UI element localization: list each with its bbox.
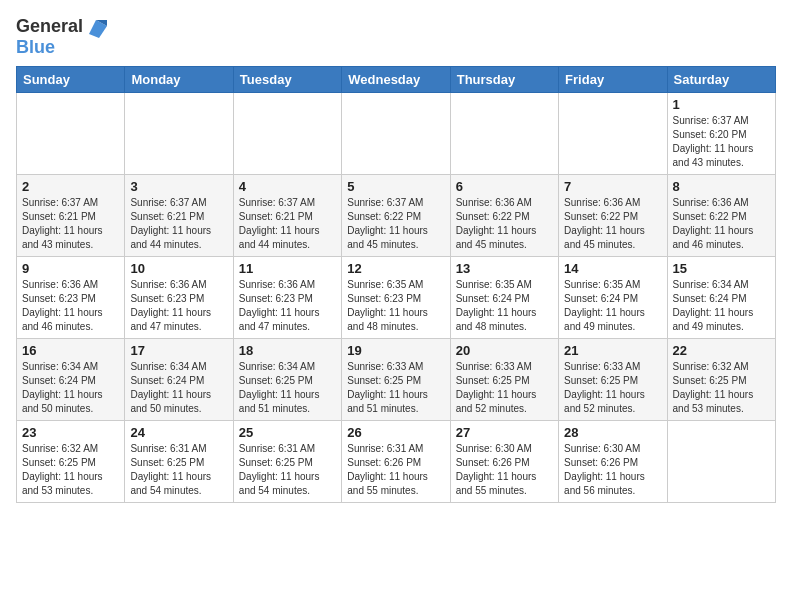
day-info: Sunrise: 6:32 AM Sunset: 6:25 PM Dayligh… [22,442,119,498]
day-cell: 10Sunrise: 6:36 AM Sunset: 6:23 PM Dayli… [125,256,233,338]
day-number: 15 [673,261,770,276]
day-info: Sunrise: 6:35 AM Sunset: 6:24 PM Dayligh… [564,278,661,334]
day-cell: 21Sunrise: 6:33 AM Sunset: 6:25 PM Dayli… [559,338,667,420]
weekday-header-row: SundayMondayTuesdayWednesdayThursdayFrid… [17,66,776,92]
day-cell: 23Sunrise: 6:32 AM Sunset: 6:25 PM Dayli… [17,420,125,502]
day-cell: 2Sunrise: 6:37 AM Sunset: 6:21 PM Daylig… [17,174,125,256]
day-number: 20 [456,343,553,358]
day-cell: 28Sunrise: 6:30 AM Sunset: 6:26 PM Dayli… [559,420,667,502]
day-number: 19 [347,343,444,358]
weekday-header-sunday: Sunday [17,66,125,92]
day-number: 26 [347,425,444,440]
day-number: 23 [22,425,119,440]
weekday-header-thursday: Thursday [450,66,558,92]
day-cell [233,92,341,174]
logo-text: General [16,17,83,37]
day-info: Sunrise: 6:37 AM Sunset: 6:22 PM Dayligh… [347,196,444,252]
day-number: 24 [130,425,227,440]
day-cell: 20Sunrise: 6:33 AM Sunset: 6:25 PM Dayli… [450,338,558,420]
day-number: 25 [239,425,336,440]
day-number: 13 [456,261,553,276]
day-number: 6 [456,179,553,194]
day-cell: 11Sunrise: 6:36 AM Sunset: 6:23 PM Dayli… [233,256,341,338]
weekday-header-tuesday: Tuesday [233,66,341,92]
week-row-1: 1Sunrise: 6:37 AM Sunset: 6:20 PM Daylig… [17,92,776,174]
week-row-3: 9Sunrise: 6:36 AM Sunset: 6:23 PM Daylig… [17,256,776,338]
week-row-2: 2Sunrise: 6:37 AM Sunset: 6:21 PM Daylig… [17,174,776,256]
day-info: Sunrise: 6:34 AM Sunset: 6:24 PM Dayligh… [130,360,227,416]
day-cell: 13Sunrise: 6:35 AM Sunset: 6:24 PM Dayli… [450,256,558,338]
day-number: 7 [564,179,661,194]
day-info: Sunrise: 6:30 AM Sunset: 6:26 PM Dayligh… [456,442,553,498]
day-number: 21 [564,343,661,358]
day-info: Sunrise: 6:36 AM Sunset: 6:23 PM Dayligh… [239,278,336,334]
day-info: Sunrise: 6:37 AM Sunset: 6:21 PM Dayligh… [130,196,227,252]
weekday-header-monday: Monday [125,66,233,92]
day-cell: 1Sunrise: 6:37 AM Sunset: 6:20 PM Daylig… [667,92,775,174]
day-cell [450,92,558,174]
day-cell: 27Sunrise: 6:30 AM Sunset: 6:26 PM Dayli… [450,420,558,502]
day-cell: 12Sunrise: 6:35 AM Sunset: 6:23 PM Dayli… [342,256,450,338]
day-cell [667,420,775,502]
day-info: Sunrise: 6:37 AM Sunset: 6:20 PM Dayligh… [673,114,770,170]
day-cell: 5Sunrise: 6:37 AM Sunset: 6:22 PM Daylig… [342,174,450,256]
logo: General Blue [16,16,107,58]
day-number: 4 [239,179,336,194]
day-number: 3 [130,179,227,194]
day-number: 17 [130,343,227,358]
day-cell: 16Sunrise: 6:34 AM Sunset: 6:24 PM Dayli… [17,338,125,420]
day-number: 22 [673,343,770,358]
calendar-table: SundayMondayTuesdayWednesdayThursdayFrid… [16,66,776,503]
day-cell [559,92,667,174]
day-info: Sunrise: 6:34 AM Sunset: 6:24 PM Dayligh… [673,278,770,334]
day-info: Sunrise: 6:32 AM Sunset: 6:25 PM Dayligh… [673,360,770,416]
day-cell: 4Sunrise: 6:37 AM Sunset: 6:21 PM Daylig… [233,174,341,256]
day-number: 9 [22,261,119,276]
day-cell: 17Sunrise: 6:34 AM Sunset: 6:24 PM Dayli… [125,338,233,420]
day-cell: 8Sunrise: 6:36 AM Sunset: 6:22 PM Daylig… [667,174,775,256]
week-row-5: 23Sunrise: 6:32 AM Sunset: 6:25 PM Dayli… [17,420,776,502]
day-cell: 3Sunrise: 6:37 AM Sunset: 6:21 PM Daylig… [125,174,233,256]
day-info: Sunrise: 6:37 AM Sunset: 6:21 PM Dayligh… [239,196,336,252]
day-cell: 19Sunrise: 6:33 AM Sunset: 6:25 PM Dayli… [342,338,450,420]
logo-icon [85,16,107,38]
day-info: Sunrise: 6:33 AM Sunset: 6:25 PM Dayligh… [564,360,661,416]
day-number: 11 [239,261,336,276]
calendar-header: General Blue [16,16,776,58]
day-info: Sunrise: 6:37 AM Sunset: 6:21 PM Dayligh… [22,196,119,252]
day-number: 27 [456,425,553,440]
day-info: Sunrise: 6:36 AM Sunset: 6:23 PM Dayligh… [22,278,119,334]
day-info: Sunrise: 6:31 AM Sunset: 6:26 PM Dayligh… [347,442,444,498]
day-cell: 14Sunrise: 6:35 AM Sunset: 6:24 PM Dayli… [559,256,667,338]
day-number: 18 [239,343,336,358]
day-info: Sunrise: 6:33 AM Sunset: 6:25 PM Dayligh… [456,360,553,416]
day-info: Sunrise: 6:36 AM Sunset: 6:22 PM Dayligh… [564,196,661,252]
day-cell: 22Sunrise: 6:32 AM Sunset: 6:25 PM Dayli… [667,338,775,420]
day-info: Sunrise: 6:36 AM Sunset: 6:22 PM Dayligh… [456,196,553,252]
day-number: 2 [22,179,119,194]
day-cell [125,92,233,174]
day-cell: 9Sunrise: 6:36 AM Sunset: 6:23 PM Daylig… [17,256,125,338]
logo-blue: Blue [16,38,107,58]
week-row-4: 16Sunrise: 6:34 AM Sunset: 6:24 PM Dayli… [17,338,776,420]
day-info: Sunrise: 6:35 AM Sunset: 6:23 PM Dayligh… [347,278,444,334]
day-number: 10 [130,261,227,276]
day-number: 1 [673,97,770,112]
day-number: 28 [564,425,661,440]
day-cell: 25Sunrise: 6:31 AM Sunset: 6:25 PM Dayli… [233,420,341,502]
day-number: 5 [347,179,444,194]
day-info: Sunrise: 6:30 AM Sunset: 6:26 PM Dayligh… [564,442,661,498]
day-info: Sunrise: 6:34 AM Sunset: 6:24 PM Dayligh… [22,360,119,416]
day-cell: 26Sunrise: 6:31 AM Sunset: 6:26 PM Dayli… [342,420,450,502]
day-info: Sunrise: 6:35 AM Sunset: 6:24 PM Dayligh… [456,278,553,334]
day-cell [17,92,125,174]
day-info: Sunrise: 6:36 AM Sunset: 6:23 PM Dayligh… [130,278,227,334]
day-number: 8 [673,179,770,194]
weekday-header-wednesday: Wednesday [342,66,450,92]
day-info: Sunrise: 6:33 AM Sunset: 6:25 PM Dayligh… [347,360,444,416]
day-number: 16 [22,343,119,358]
day-cell: 18Sunrise: 6:34 AM Sunset: 6:25 PM Dayli… [233,338,341,420]
day-cell: 6Sunrise: 6:36 AM Sunset: 6:22 PM Daylig… [450,174,558,256]
weekday-header-friday: Friday [559,66,667,92]
day-info: Sunrise: 6:34 AM Sunset: 6:25 PM Dayligh… [239,360,336,416]
